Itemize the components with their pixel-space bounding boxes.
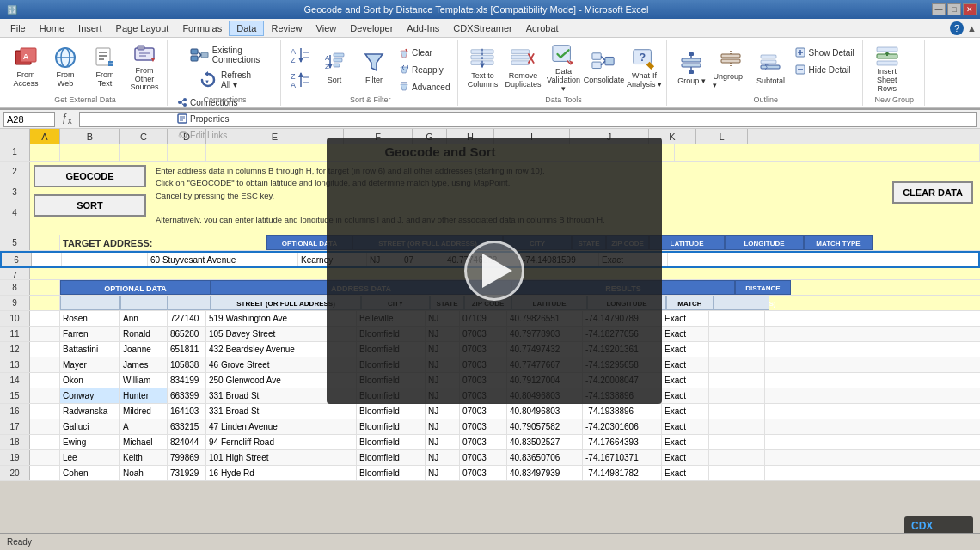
cell-A10[interactable] (30, 311, 60, 326)
cell-G16[interactable]: NJ (426, 404, 460, 419)
cell-D20[interactable]: 731929 (168, 466, 206, 480)
cell-L15[interactable] (709, 388, 765, 403)
cell-B15[interactable]: Conway (60, 388, 120, 403)
whatif-button[interactable]: ? What-IfAnalysis ▾ (625, 43, 663, 93)
from-text-button[interactable]: → FromText (86, 42, 124, 92)
cell-K18[interactable]: Exact (662, 435, 709, 449)
cell-K16[interactable]: Exact (662, 404, 709, 419)
filter-button[interactable]: Filter (355, 43, 393, 91)
cell-B18[interactable]: Ewing (60, 435, 120, 449)
menu-cdxstreamer[interactable]: CDXStreamer (446, 21, 518, 35)
menu-data[interactable]: Data (229, 21, 264, 36)
cell-L17[interactable] (709, 419, 765, 434)
sort-az-button[interactable]: A Z (286, 43, 314, 67)
cell-G18[interactable]: NJ (426, 435, 460, 449)
cell-G20[interactable]: NJ (426, 466, 460, 480)
group-button[interactable]: Group ▾ (672, 43, 710, 93)
cell-I20[interactable]: 40.83497939 (507, 466, 583, 480)
cell-F20[interactable]: Bloomfield (357, 466, 426, 480)
refresh-all-button[interactable]: ▼ RefreshAll ▾ (173, 68, 277, 92)
col-header-A[interactable]: A (30, 129, 60, 144)
cell-D16[interactable]: 164103 (168, 404, 206, 419)
close-button[interactable]: ✕ (963, 3, 977, 15)
cell-J17[interactable]: -74.20301606 (583, 419, 662, 434)
cell-B13[interactable]: Mayer (60, 358, 120, 372)
sort-button[interactable]: SORT (34, 194, 146, 217)
properties-button[interactable]: Properties (173, 111, 277, 126)
cell-E19[interactable]: 101 High Street (206, 450, 357, 465)
from-other-button[interactable]: ▼ From OtherSources (126, 42, 163, 92)
cell-A17[interactable] (30, 419, 60, 434)
cell-L11[interactable] (709, 327, 765, 341)
cell-D17[interactable]: 633215 (168, 419, 206, 434)
cell-A11[interactable] (30, 327, 60, 341)
cell-A15[interactable] (30, 388, 60, 403)
cell-H16[interactable]: 07003 (460, 404, 507, 419)
cell-C19[interactable]: Keith (120, 450, 168, 465)
cell-B11[interactable]: Farren (60, 327, 120, 341)
cell-B10[interactable]: Rosen (60, 311, 120, 326)
cell-D15[interactable]: 663399 (168, 388, 206, 403)
cell-D13[interactable]: 105838 (168, 358, 206, 372)
cell-D14[interactable]: 834199 (168, 373, 206, 388)
cell-C11[interactable]: Ronald (120, 327, 168, 341)
cell-K20[interactable]: Exact (662, 466, 709, 480)
cell-A8[interactable] (30, 280, 60, 295)
cell-B14[interactable]: Okon (60, 373, 120, 388)
cell-J19[interactable]: -74.16710371 (583, 450, 662, 465)
cell-C16[interactable]: Mildred (120, 404, 168, 419)
cell-B17[interactable]: Galluci (60, 419, 120, 434)
menu-page-layout[interactable]: Page Layout (109, 21, 176, 35)
cell-K17[interactable]: Exact (662, 419, 709, 434)
sort-button[interactable]: A Z Sort (315, 43, 353, 91)
cell-D12[interactable]: 651811 (168, 342, 206, 357)
col-header-C[interactable]: C (120, 129, 168, 144)
cell-D19[interactable]: 799869 (168, 450, 206, 465)
cell-K10[interactable]: Exact (662, 311, 709, 326)
advanced-button[interactable]: Advanced (395, 79, 454, 95)
cell-I16[interactable]: 40.80496803 (507, 404, 583, 419)
restore-button[interactable]: □ (947, 3, 961, 15)
cell-C17[interactable]: A (120, 419, 168, 434)
cell-C12[interactable]: Joanne (120, 342, 168, 357)
cell-J16[interactable]: -74.1938896 (583, 404, 662, 419)
cell-F17[interactable]: Bloomfield (357, 419, 426, 434)
geocode-button[interactable]: GEOCODE (34, 165, 146, 187)
name-box[interactable] (3, 112, 55, 127)
menu-add-ins[interactable]: Add-Ins (400, 21, 446, 35)
cell-A16[interactable] (30, 404, 60, 419)
col-header-B[interactable]: B (60, 129, 120, 144)
cell-D18[interactable]: 824044 (168, 435, 206, 449)
cell-D11[interactable]: 865280 (168, 327, 206, 341)
cell-B1[interactable] (60, 144, 120, 161)
help-button[interactable]: ? (950, 21, 964, 35)
data-validation-button[interactable]: DataValidation ▾ (544, 43, 582, 93)
cell-I19[interactable]: 40.83650706 (507, 450, 583, 465)
cell-A20[interactable] (30, 466, 60, 480)
cell-C18[interactable]: Michael (120, 435, 168, 449)
menu-file[interactable]: File (3, 21, 33, 35)
cell-I18[interactable]: 40.83502527 (507, 435, 583, 449)
cell-H18[interactable]: 07003 (460, 435, 507, 449)
cell-B12[interactable]: Battastini (60, 342, 120, 357)
cell-H17[interactable]: 07003 (460, 419, 507, 434)
cell-K11[interactable]: Exact (662, 327, 709, 341)
menu-view[interactable]: View (309, 21, 344, 35)
cell-A5[interactable] (30, 235, 60, 250)
cell-K19[interactable]: Exact (662, 450, 709, 465)
video-overlay[interactable] (327, 138, 662, 404)
reapply-button[interactable]: Reapply (395, 62, 454, 77)
cell-A18[interactable] (30, 435, 60, 449)
col-header-L[interactable]: L (696, 129, 748, 144)
cell-E17[interactable]: 47 Linden Avenue (206, 419, 357, 434)
cell-A12[interactable] (30, 342, 60, 357)
cell-L20[interactable] (709, 466, 765, 480)
cell-J20[interactable]: -74.14981782 (583, 466, 662, 480)
sort-za-button[interactable]: Z A (286, 68, 314, 92)
cell-B20[interactable]: Cohen (60, 466, 120, 480)
hide-detail-button[interactable]: Hide Detail (791, 62, 858, 77)
text-to-columns-button[interactable]: Text toColumns (463, 43, 501, 93)
minimize-ribbon-button[interactable]: ▲ (967, 23, 977, 34)
cell-E6[interactable]: 60 Stuyvesant Avenue (148, 253, 298, 266)
cell-A14[interactable] (30, 373, 60, 388)
